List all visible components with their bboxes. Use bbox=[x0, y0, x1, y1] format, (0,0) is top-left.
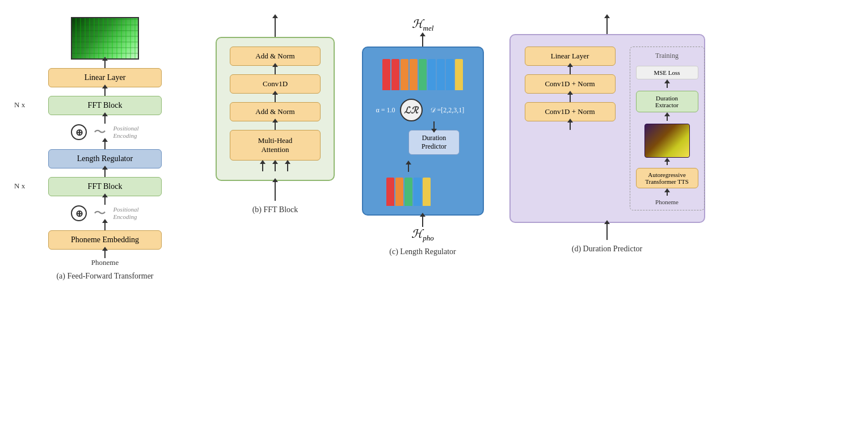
arrow-embed-to-phoneme bbox=[104, 250, 106, 258]
lr-circle: ℒℛ bbox=[400, 99, 423, 121]
arrow-posenc2-to-lr bbox=[104, 141, 106, 149]
d-arrow-bottom bbox=[606, 223, 608, 240]
duration-extractor-box: Duration Extractor bbox=[636, 91, 698, 112]
input-color-bars bbox=[386, 172, 431, 206]
section-d-label: (d) Duration Predictor bbox=[572, 244, 642, 254]
section-d: Linear Layer Conv1D + Norm Conv1D + Norm… bbox=[505, 17, 709, 254]
d-arrow-1 bbox=[570, 66, 571, 74]
nx-label-top: N x bbox=[14, 100, 25, 109]
d-arrow-2 bbox=[570, 94, 571, 102]
phoneme-label-a: Phoneme bbox=[91, 258, 119, 267]
arrow-linear-to-fft2 bbox=[104, 87, 106, 96]
d-right-arrow1 bbox=[667, 82, 668, 88]
lr-row: α = 1.0 ℒℛ 𝒟 =[2,2,3,1] bbox=[373, 99, 465, 121]
main-container: Linear Layer N x FFT Block ⊕ 〜 Positiona… bbox=[0, 0, 868, 447]
b-arrow-input2 bbox=[275, 163, 276, 171]
arrow-fft1-to-posenc1 bbox=[104, 196, 106, 205]
mse-loss-box: MSE Loss bbox=[636, 66, 698, 79]
bar-to-dp-arrow bbox=[408, 163, 409, 172]
lr-outer-box: α = 1.0 ℒℛ 𝒟 =[2,2,3,1] Duration Predict… bbox=[362, 47, 484, 216]
section-c-label: (c) Length Regulator bbox=[389, 247, 456, 256]
section-a-label: (a) Feed-Forward Transformer bbox=[56, 272, 153, 281]
training-label: Training bbox=[655, 52, 679, 60]
dp-right-training: Training MSE Loss Duration Extractor Aut… bbox=[630, 47, 705, 210]
dp-left-column: Linear Layer Conv1D + Norm Conv1D + Norm bbox=[525, 47, 616, 210]
arrow-posenc1-to-embed bbox=[104, 222, 106, 230]
spectrogram-image bbox=[71, 17, 139, 60]
b-arrow-1 bbox=[275, 66, 276, 74]
d-arrow-top bbox=[606, 17, 608, 34]
d-right-arrow2 bbox=[667, 115, 668, 121]
dp-main-box: Linear Layer Conv1D + Norm Conv1D + Norm… bbox=[509, 34, 705, 223]
c-arrow-top bbox=[422, 35, 423, 47]
alpha-label: α = 1.0 bbox=[376, 106, 395, 115]
attention-map-image bbox=[644, 124, 690, 158]
b-arrow-3 bbox=[275, 121, 276, 130]
dp-to-bar-arrow-wrap bbox=[408, 163, 409, 172]
h-pho-label: ℋpho bbox=[411, 227, 434, 243]
b-arrow-input1 bbox=[262, 163, 263, 171]
phoneme-label-d: Phoneme bbox=[655, 199, 679, 205]
output-color-bars bbox=[382, 56, 463, 90]
arrow-fft2-to-posenc2 bbox=[104, 115, 106, 124]
d-arrow-3 bbox=[570, 121, 571, 130]
arrow-b-in-bottom bbox=[275, 181, 276, 201]
d-right-arrow3 bbox=[667, 161, 668, 165]
section-b-label: (b) FFT Block bbox=[252, 205, 298, 214]
d-right-arrow4 bbox=[667, 191, 668, 196]
fft-outer-box: Add & Norm Conv1D Add & Norm Multi-Head … bbox=[216, 37, 335, 181]
section-c: ℋmel α = 1.0 ℒℛ 𝒟 =[2,2,3,1] bbox=[357, 17, 488, 256]
duration-predictor-c: Duration Predictor bbox=[408, 130, 460, 155]
section-a: Linear Layer N x FFT Block ⊕ 〜 Positiona… bbox=[17, 17, 193, 281]
lr-to-dp-arrow bbox=[433, 121, 435, 130]
d-label: 𝒟 =[2,2,3,1] bbox=[430, 106, 465, 115]
lr-to-dp-arrow-wrap bbox=[433, 121, 435, 130]
h-mel-label: ℋmel bbox=[412, 17, 434, 33]
arrow-b-out-top bbox=[275, 17, 276, 37]
c-arrow-bottom bbox=[422, 216, 423, 227]
nx-label-bottom: N x bbox=[14, 182, 25, 191]
b-arrow-2 bbox=[275, 94, 276, 102]
plus-circle-bottom: ⊕ bbox=[71, 205, 87, 221]
section-b: Add & Norm Conv1D Add & Norm Multi-Head … bbox=[210, 17, 340, 214]
b-arrow-input3 bbox=[287, 163, 288, 171]
autoregressive-tts-box: Autoregressive Transformer TTS bbox=[636, 168, 698, 188]
multi-head-attention: Multi-Head Attention bbox=[230, 130, 321, 161]
positional-encoding-label-bottom: PositionalEncoding bbox=[113, 206, 138, 221]
positional-encoding-label-top: PositionalEncoding bbox=[113, 125, 138, 140]
arrow-lr-to-fft1 bbox=[104, 168, 106, 177]
plus-circle-top: ⊕ bbox=[71, 124, 87, 140]
arrow-spectrogram-to-linear bbox=[104, 60, 106, 68]
